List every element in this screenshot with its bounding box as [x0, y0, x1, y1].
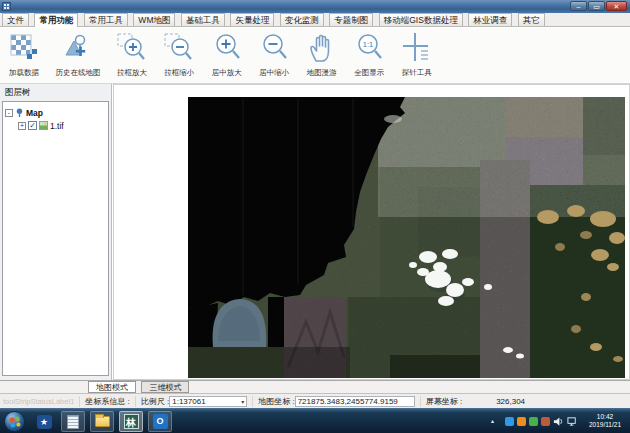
history-online-map-button[interactable]: 历史在线地图 — [51, 30, 104, 82]
toolbar-button-label: 居中放大 — [212, 68, 242, 78]
start-button[interactable] — [4, 411, 25, 432]
box-zoom-out-button[interactable]: 拉框缩小 — [159, 30, 199, 82]
layer-checkbox[interactable]: ✓ — [28, 121, 37, 130]
tray-blue-icon[interactable] — [505, 417, 514, 426]
load-data-button[interactable]: 加载数据 — [4, 30, 44, 82]
folder-icon — [95, 416, 110, 427]
layer-panel-title: 图层树 — [0, 84, 111, 101]
status-bar: toolStripStatusLabel1 坐标系信息 : 比例尺 : 1:13… — [0, 393, 630, 408]
tab-basic-tools[interactable]: 基础工具 — [181, 13, 225, 26]
toolbar-button-label: 探针工具 — [402, 68, 432, 78]
close-button[interactable]: ✕ — [606, 1, 627, 11]
notepad-icon — [67, 415, 79, 429]
map-coord-field[interactable]: 721875.3483,2455774.9159 — [295, 396, 415, 407]
taskbar-item-explorer[interactable] — [90, 411, 114, 432]
map-node-icon — [15, 108, 24, 117]
screen-coord-label: 屏幕坐标 : — [426, 396, 462, 407]
ribbon-tab-bar: 文件 常用功能 常用工具 WM地图 基础工具 矢量处理 变化监测 专题制图 移动… — [0, 13, 630, 27]
taskbar-item-notepad[interactable] — [61, 411, 85, 432]
map-coord-label: 地图坐标 : — [258, 396, 294, 407]
scale-label: 比例尺 : — [141, 396, 169, 407]
toolbar-button-label: 拉框放大 — [117, 68, 147, 78]
forestry-app-icon: 林 — [124, 414, 139, 429]
maximize-button[interactable]: ▭ — [588, 1, 605, 11]
load-data-icon — [8, 31, 40, 67]
center-zoom-in-button[interactable]: 居中放大 — [207, 30, 247, 82]
collapse-icon[interactable]: - — [5, 109, 13, 117]
clock-date: 2019/11/21 — [582, 421, 628, 429]
expand-icon[interactable]: + — [18, 122, 26, 130]
view-mode-bar: 地图模式 三维模式 — [0, 380, 630, 393]
tray-orange-icon[interactable] — [517, 417, 526, 426]
full-extent-button[interactable]: 1:1 全图显示 — [349, 30, 389, 82]
tab-wm-map[interactable]: WM地图 — [133, 13, 175, 26]
speaker-icon[interactable] — [553, 416, 564, 427]
center-zoom-out-icon — [258, 31, 290, 67]
screen-coord-value: 326,304 — [496, 397, 525, 406]
tab-mobile-gis-processing[interactable]: 移动端GIS数据处理 — [379, 13, 463, 26]
taskbar-item-forestry-app[interactable]: 林 — [119, 411, 143, 432]
tab-thematic-mapping[interactable]: 专题制图 — [329, 13, 373, 26]
tree-node-layer[interactable]: + ✓ 1.tif — [5, 119, 106, 132]
tab-other[interactable]: 其它 — [518, 13, 545, 26]
status-tool-label: toolStripStatusLabel1 — [3, 397, 74, 406]
taskbar-clock[interactable]: 10:42 2019/11/21 — [582, 413, 628, 429]
title-bar: – ▭ ✕ — [0, 0, 630, 13]
tray-green-icon[interactable] — [529, 417, 538, 426]
box-zoom-in-button[interactable]: 拉框放大 — [112, 30, 152, 82]
center-zoom-in-icon — [211, 31, 243, 67]
full-extent-icon: 1:1 — [353, 31, 385, 67]
network-icon[interactable] — [567, 416, 578, 427]
layer-panel: 图层树 - Map + ✓ 1.tif — [0, 84, 112, 380]
raster-layer-icon — [39, 121, 48, 130]
tab-common-tools[interactable]: 常用工具 — [84, 13, 128, 26]
star-bubble-icon: ★ — [37, 415, 52, 429]
tree-node-map[interactable]: - Map — [5, 106, 106, 119]
probe-tool-button[interactable]: 探针工具 — [397, 30, 437, 82]
tab-file[interactable]: 文件 — [2, 13, 29, 26]
tab-map-mode[interactable]: 地图模式 — [88, 381, 136, 393]
crs-info-label: 坐标系信息 : — [85, 396, 129, 407]
tab-3d-mode[interactable]: 三维模式 — [141, 381, 189, 393]
tray-red-icon[interactable] — [541, 417, 550, 426]
toolbar-button-label: 加载数据 — [9, 68, 39, 78]
toolbar: 加载数据 历史在线地图 拉框放大 — [0, 28, 630, 84]
satellite-map[interactable] — [188, 97, 625, 378]
toolbar-button-label: 历史在线地图 — [55, 68, 100, 78]
probe-tool-icon — [401, 31, 433, 67]
minimize-button[interactable]: – — [570, 1, 587, 11]
tree-node-label: 1.tif — [50, 121, 64, 131]
system-tray — [505, 416, 578, 427]
chevron-down-icon[interactable]: ▾ — [241, 397, 244, 406]
taskbar-item-messenger[interactable]: ★ — [32, 411, 56, 432]
full-extent-badge: 1:1 — [363, 40, 373, 49]
tree-node-label: Map — [26, 108, 43, 118]
tab-change-monitoring[interactable]: 变化监测 — [280, 13, 324, 26]
windows-taskbar: ★ 林 O ▴ — [0, 408, 630, 433]
tray-expand-icon[interactable]: ▴ — [491, 417, 494, 424]
box-zoom-in-icon — [116, 31, 148, 67]
tab-common-functions[interactable]: 常用功能 — [34, 13, 78, 27]
toolbar-button-label: 拉框缩小 — [164, 68, 194, 78]
taskbar-item-o-app[interactable]: O — [148, 411, 172, 432]
scale-value: 1:137061 — [172, 397, 205, 406]
history-online-map-icon — [62, 31, 94, 67]
app-icon — [2, 2, 11, 11]
layer-tree: - Map + ✓ 1.tif — [2, 101, 109, 376]
map-pan-button[interactable]: 地图漫游 — [302, 30, 342, 82]
toolbar-button-label: 全图显示 — [354, 68, 384, 78]
scale-combobox[interactable]: 1:137061 ▾ — [169, 396, 247, 407]
center-zoom-out-button[interactable]: 居中缩小 — [254, 30, 294, 82]
windows-logo-icon — [9, 416, 20, 427]
clock-time: 10:42 — [582, 413, 628, 421]
tab-forestry-survey[interactable]: 林业调查 — [468, 13, 512, 26]
o-app-icon: O — [153, 414, 168, 429]
toolbar-button-label: 地图漫游 — [307, 68, 337, 78]
pan-hand-icon — [306, 31, 338, 67]
tab-vector-processing[interactable]: 矢量处理 — [230, 13, 274, 26]
application-window: – ▭ ✕ 文件 常用功能 常用工具 WM地图 基础工具 矢量处理 变化监测 专… — [0, 0, 630, 433]
map-view[interactable] — [113, 84, 630, 380]
toolbar-button-label: 居中缩小 — [259, 68, 289, 78]
box-zoom-out-icon — [163, 31, 195, 67]
